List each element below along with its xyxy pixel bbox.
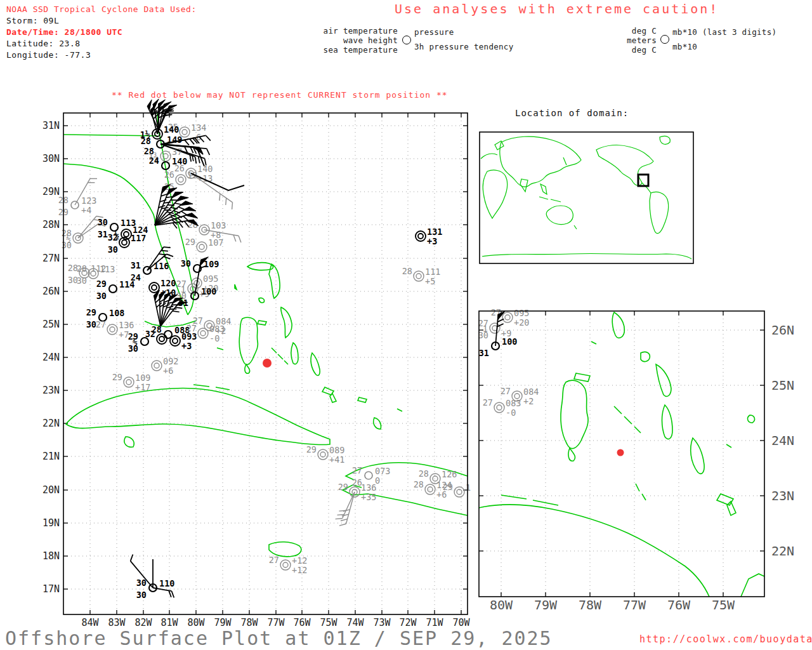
lat-axis-label: 22N: [43, 418, 60, 429]
coastline-path: [245, 364, 250, 373]
world-coastline-path: [520, 179, 528, 192]
station-air-temp: 30: [136, 578, 147, 588]
station-pressure-tendency: +41: [329, 454, 344, 465]
station-circle-inner: [159, 336, 164, 342]
station-sea-temp: 30: [86, 319, 96, 329]
station-sea-temp: 30: [128, 343, 138, 354]
station-air-temp: 28: [414, 479, 424, 489]
wind-barb-tick: [233, 235, 236, 241]
station-air-temp: 28: [402, 266, 412, 276]
station-sea-temp: 30: [77, 275, 87, 286]
inset-lon-label: 78W: [579, 597, 602, 613]
coastline-path: [217, 348, 402, 411]
coastline-path: [311, 353, 320, 376]
wind-barb-tick: [173, 311, 180, 312]
wind-barb-flag: [183, 207, 196, 211]
station-circle-inner: [428, 487, 433, 492]
inset-coastline-path: [741, 574, 764, 597]
inset-lon-label: 80W: [490, 597, 513, 613]
world-coastline-path: [481, 154, 497, 159]
coastline-path: [259, 298, 265, 302]
inset-storm-position-dot: [617, 449, 624, 456]
wind-barb-flag: [185, 213, 198, 218]
station-circle-inner: [418, 234, 423, 239]
station-air-temp: 30: [98, 217, 108, 227]
station-sea-temp: 30: [136, 590, 147, 600]
station-pressure: 140: [164, 124, 179, 135]
station-pressure: 120: [160, 278, 176, 288]
station-pressure: 113: [100, 264, 115, 274]
wind-barb-tick: [175, 203, 182, 204]
lat-axis-label: 20N: [43, 484, 60, 496]
inset-coastline-path: [727, 501, 736, 515]
station-air-temp: 28: [419, 468, 429, 479]
station-pressure: 136: [361, 482, 376, 493]
wind-barb-flag: [180, 201, 193, 206]
station-pressure: 083: [209, 324, 225, 334]
station-pressure-tendency: +4: [81, 205, 91, 215]
station-circle: [149, 282, 159, 293]
plot-title: Offshore Surface Plot at 01Z / SEP 29, 2…: [5, 627, 553, 649]
inset-coastline-path: [662, 405, 673, 439]
station-circle-inner: [154, 363, 159, 368]
inset-coastline-path: [591, 342, 596, 344]
station-air-temp: 28: [77, 263, 87, 274]
station-pressure: 084: [523, 387, 539, 397]
station-air-temp: 26: [164, 169, 174, 180]
station-circle: [157, 334, 167, 344]
station-pressure: 095: [203, 274, 218, 284]
inset-coastline-path: [636, 484, 646, 500]
station-pressure-tendency: +3: [181, 341, 192, 351]
world-coastline-path: [574, 225, 577, 229]
lat-axis-label: 30N: [43, 153, 60, 164]
wind-barb-tick: [183, 216, 188, 220]
world-coastline-path: [539, 197, 561, 202]
wind-barb-tick: [185, 140, 189, 145]
coastline-path: [281, 307, 292, 338]
wind-barb-tick: [337, 514, 344, 515]
station-circle-inner: [199, 244, 204, 249]
inset-lon-label: 79W: [534, 597, 558, 613]
station-pressure: 089: [329, 445, 344, 455]
inset-lon-label: 77W: [623, 597, 646, 613]
coastline-path: [124, 437, 134, 447]
inset-coastline-path: [726, 444, 731, 448]
inset-coastline-path: [612, 312, 624, 338]
station-air-temp: 27: [483, 397, 493, 408]
station-air-temp: 29: [96, 279, 107, 289]
wind-barb-tick: [178, 207, 185, 209]
wind-barb-tick: [336, 519, 343, 519]
wind-barb-tick: [159, 254, 166, 255]
station-pressure: 109: [204, 259, 219, 269]
wind-barb-tick: [226, 198, 226, 205]
inset-coastline-path: [641, 352, 650, 361]
wind-barb-tick: [341, 519, 348, 521]
wind-barb-tick: [206, 135, 210, 140]
station-air-temp: 29: [112, 372, 122, 382]
wind-barb-tick: [192, 154, 193, 161]
station-pressure-tendency: +12: [292, 565, 307, 575]
inset-coastline-path: [614, 406, 641, 433]
station-pressure-tendency: +6: [163, 366, 173, 376]
station-air-temp: 32: [108, 232, 118, 242]
station-circle: [160, 151, 171, 161]
station-air-temp: 27: [269, 555, 279, 565]
station-circle-inner: [200, 331, 206, 336]
wind-barb-tick: [169, 590, 171, 597]
lat-axis-label: 28N: [43, 219, 60, 230]
wind-barb-tick: [165, 114, 172, 115]
station-air-temp: 27: [501, 386, 511, 396]
wind-barb-tick: [199, 156, 200, 163]
wind-barb-tick: [219, 194, 220, 201]
station-circle-inner: [283, 562, 288, 567]
inset-coastline-path: [691, 438, 704, 474]
station-circle: [198, 328, 208, 338]
lat-axis-label: 18N: [43, 550, 60, 562]
coastline-path: [269, 264, 280, 298]
station-air-temp: 27: [187, 323, 197, 333]
station-pressure: 126: [442, 469, 457, 479]
station-pressure: 136: [119, 320, 134, 330]
wind-barb-tick: [167, 111, 174, 112]
station-circle-inner: [126, 380, 131, 385]
inset-coastline-path: [656, 364, 671, 396]
